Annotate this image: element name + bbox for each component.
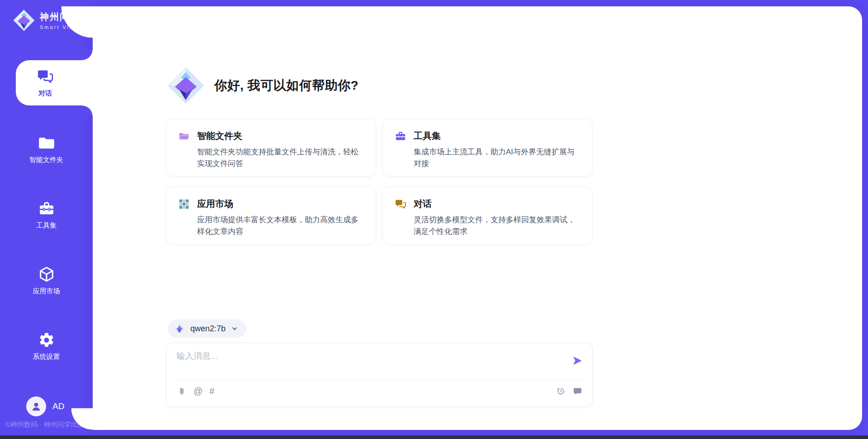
diamond-logo-icon bbox=[166, 66, 205, 105]
card-app-market[interactable]: 应用市场 应用市场提供丰富长文本模板，助力高效生成多样化文章内容 bbox=[166, 186, 376, 244]
chat-bubble-icon[interactable] bbox=[573, 387, 582, 396]
sidebar: 神州问学 Smart Vision 对话 智能文件夹 bbox=[0, 0, 93, 439]
message-composer: @ # bbox=[166, 343, 593, 407]
toolbox-icon bbox=[38, 200, 55, 217]
app-logo: 神州问学 Smart Vision bbox=[13, 9, 84, 32]
card-title: 对话 bbox=[414, 198, 432, 210]
folder-icon bbox=[38, 134, 55, 152]
sidebar-item-label: 应用市场 bbox=[33, 287, 60, 296]
app-subtitle: Smart Vision bbox=[40, 24, 84, 30]
card-description: 灵活切换多模型文件，支持多样回复效果调试，满足个性化需求 bbox=[414, 214, 580, 237]
sidebar-item-toolbox[interactable]: 工具集 bbox=[0, 198, 93, 232]
composer-divider bbox=[175, 379, 584, 380]
mention-icon[interactable]: @ bbox=[193, 387, 203, 396]
sidebar-item-settings[interactable]: 系统设置 bbox=[0, 329, 93, 363]
sidebar-item-chat[interactable]: 对话 bbox=[16, 60, 93, 105]
sidebar-item-smart-folder[interactable]: 智能文件夹 bbox=[0, 132, 93, 167]
diamond-logo-icon bbox=[13, 9, 35, 32]
sidebar-item-label: 智能文件夹 bbox=[29, 156, 63, 164]
app-name: 神州问学 bbox=[40, 11, 84, 23]
sidebar-item-label: 对话 bbox=[38, 89, 52, 98]
folder-open-icon bbox=[178, 130, 190, 142]
card-chat[interactable]: 对话 灵活切换多模型文件，支持多样回复效果调试，满足个性化需求 bbox=[382, 186, 593, 244]
history-icon[interactable] bbox=[556, 387, 566, 396]
model-name: qwen2:7b bbox=[190, 324, 226, 334]
greeting: 你好, 我可以如何帮助你? bbox=[166, 66, 359, 105]
card-description: 应用市场提供丰富长文本模板，助力高效生成多样化文章内容 bbox=[197, 214, 364, 237]
sidebar-item-app-market[interactable]: 应用市场 bbox=[0, 263, 93, 298]
card-description: 集成市场上主流工具，助力AI与外界无缝扩展与对接 bbox=[414, 146, 580, 169]
copyright: ©神州数码 · 神州问学出品 bbox=[5, 420, 84, 429]
paperclip-icon[interactable] bbox=[177, 387, 187, 396]
greeting-text: 你好, 我可以如何帮助你? bbox=[214, 77, 359, 94]
user-name: AD bbox=[52, 401, 64, 411]
avatar bbox=[26, 396, 46, 416]
composer-tools-left: @ # bbox=[177, 387, 214, 396]
hashtag-icon[interactable]: # bbox=[209, 387, 214, 396]
window-bottom-strip bbox=[0, 435, 868, 439]
card-description: 智能文件夹功能支持批量文件上传与清洗，轻松实现文件问答 bbox=[197, 146, 364, 169]
card-toolbox[interactable]: 工具集 集成市场上主流工具，助力AI与外界无缝扩展与对接 bbox=[382, 119, 593, 177]
sidebar-item-label: 系统设置 bbox=[33, 353, 60, 361]
user-account[interactable]: AD bbox=[26, 396, 64, 416]
chat-icon bbox=[37, 68, 54, 85]
chevron-down-icon bbox=[231, 325, 238, 332]
card-smart-folder[interactable]: 智能文件夹 智能文件夹功能支持批量文件上传与清洗，轻松实现文件问答 bbox=[166, 119, 376, 177]
toolbox-icon bbox=[395, 130, 406, 142]
feature-cards: 智能文件夹 智能文件夹功能支持批量文件上传与清洗，轻松实现文件问答 工具集 集成… bbox=[166, 119, 593, 244]
sidebar-item-label: 工具集 bbox=[36, 221, 57, 230]
message-input[interactable] bbox=[166, 343, 564, 377]
card-title: 工具集 bbox=[414, 130, 441, 142]
tab-corner-bottom bbox=[82, 105, 93, 116]
tab-corner-top bbox=[82, 49, 93, 60]
diamond-logo-icon bbox=[174, 323, 185, 334]
app-logo-text: 神州问学 Smart Vision bbox=[40, 11, 84, 30]
card-title: 应用市场 bbox=[197, 198, 233, 210]
grid-icon bbox=[178, 198, 190, 210]
gear-icon bbox=[38, 331, 55, 348]
send-icon[interactable] bbox=[571, 355, 583, 367]
composer-tools-right bbox=[556, 387, 582, 396]
chat-icon bbox=[395, 198, 406, 210]
cube-icon bbox=[38, 266, 55, 283]
model-selector[interactable]: qwen2:7b bbox=[168, 320, 246, 338]
card-title: 智能文件夹 bbox=[197, 130, 242, 142]
